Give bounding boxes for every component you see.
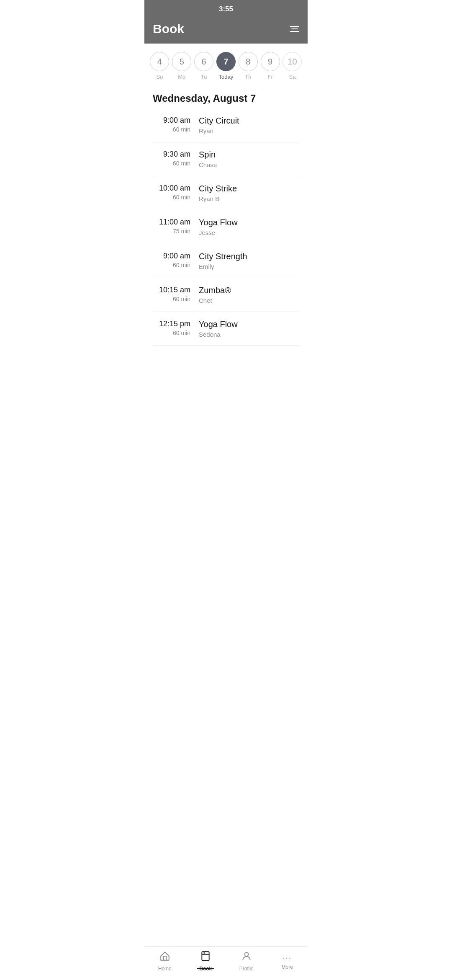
time-value-3: 11:00 am [159, 218, 190, 227]
cal-day-2[interactable]: 6 Tu [194, 52, 213, 80]
class-name-2: City Strike [199, 184, 299, 193]
cal-number-0: 4 [150, 52, 169, 71]
class-instructor-4: Emily [199, 263, 299, 270]
time-duration-2: 60 min [173, 194, 190, 201]
class-item-6[interactable]: 12:15 pm 60 min Yoga Flow Sedona [153, 312, 299, 346]
class-info-1: Spin Chase [199, 150, 299, 168]
date-heading: Wednesday, August 7 [144, 84, 308, 108]
class-instructor-5: Chet [199, 297, 299, 304]
time-value-4: 9:00 am [163, 252, 190, 260]
time-duration-1: 60 min [173, 160, 190, 167]
cal-label-1: Mo [178, 74, 185, 80]
cal-number-1: 5 [172, 52, 191, 71]
time-value-1: 9:30 am [163, 150, 190, 159]
time-duration-5: 60 min [173, 296, 190, 302]
class-instructor-0: Ryan [199, 127, 299, 134]
class-instructor-1: Chase [199, 161, 299, 168]
class-time-3: 11:00 am 75 min [153, 218, 199, 235]
class-info-5: Zumba® Chet [199, 286, 299, 304]
class-time-2: 10:00 am 60 min [153, 184, 199, 201]
class-instructor-3: Jesse [199, 229, 299, 236]
filter-button[interactable] [290, 26, 299, 32]
cal-label-2: Tu [201, 74, 207, 80]
cal-number-4: 8 [239, 52, 258, 71]
cal-day-0[interactable]: 4 Su [150, 52, 169, 80]
page-title: Book [153, 22, 184, 36]
class-time-0: 9:00 am 60 min [153, 116, 199, 133]
status-time: 3:55 [219, 5, 233, 13]
class-name-1: Spin [199, 150, 299, 160]
class-item-0[interactable]: 9:00 am 60 min City Circuit Ryan [153, 108, 299, 142]
filter-icon-line3 [290, 31, 299, 32]
class-name-3: Yoga Flow [199, 218, 299, 227]
cal-label-6: Sa [289, 74, 296, 80]
cal-label-today: Today [219, 74, 234, 80]
class-instructor-2: Ryan B [199, 195, 299, 202]
class-time-1: 9:30 am 60 min [153, 150, 199, 167]
time-duration-0: 60 min [173, 126, 190, 133]
time-value-0: 9:00 am [163, 116, 190, 125]
cal-number-2: 6 [194, 52, 213, 71]
class-item-1[interactable]: 9:30 am 60 min Spin Chase [153, 142, 299, 176]
cal-day-4[interactable]: 8 Th [239, 52, 258, 80]
time-duration-6: 60 min [173, 330, 190, 336]
filter-icon-line2 [291, 28, 298, 29]
class-info-4: City Strength Emily [199, 252, 299, 270]
class-time-4: 9:00 am 60 min [153, 252, 199, 268]
class-name-4: City Strength [199, 252, 299, 261]
cal-label-4: Th [245, 74, 251, 80]
time-value-2: 10:00 am [159, 184, 190, 193]
cal-number-today: 7 [216, 52, 236, 71]
filter-icon-line1 [290, 26, 299, 27]
status-bar: 3:55 [144, 0, 308, 18]
class-item-4[interactable]: 9:00 am 60 min City Strength Emily [153, 244, 299, 278]
class-name-0: City Circuit [199, 116, 299, 126]
class-time-5: 10:15 am 60 min [153, 286, 199, 302]
class-info-6: Yoga Flow Sedona [199, 320, 299, 338]
class-info-3: Yoga Flow Jesse [199, 218, 299, 236]
cal-day-5[interactable]: 9 Fr [261, 52, 280, 80]
time-value-6: 12:15 pm [159, 320, 190, 328]
calendar-strip: 4 Su 5 Mo 6 Tu 7 Today 8 Th 9 Fr 10 Sa [144, 44, 308, 84]
class-info-0: City Circuit Ryan [199, 116, 299, 134]
class-item-5[interactable]: 10:15 am 60 min Zumba® Chet [153, 278, 299, 312]
class-list: 9:00 am 60 min City Circuit Ryan 9:30 am… [144, 108, 308, 346]
time-duration-3: 75 min [173, 228, 190, 235]
time-duration-4: 60 min [173, 262, 190, 268]
class-time-6: 12:15 pm 60 min [153, 320, 199, 336]
cal-day-1[interactable]: 5 Mo [172, 52, 191, 80]
cal-label-5: Fr [268, 74, 273, 80]
cal-day-6[interactable]: 10 Sa [282, 52, 302, 80]
class-item-3[interactable]: 11:00 am 75 min Yoga Flow Jesse [153, 210, 299, 244]
time-value-5: 10:15 am [159, 286, 190, 294]
cal-number-6: 10 [282, 52, 302, 71]
class-name-6: Yoga Flow [199, 320, 299, 329]
header: Book [144, 18, 308, 44]
class-instructor-6: Sedona [199, 331, 299, 338]
cal-day-3[interactable]: 7 Today [216, 52, 236, 80]
class-info-2: City Strike Ryan B [199, 184, 299, 202]
class-item-2[interactable]: 10:00 am 60 min City Strike Ryan B [153, 176, 299, 210]
cal-number-5: 9 [261, 52, 280, 71]
class-name-5: Zumba® [199, 286, 299, 295]
cal-label-0: Su [156, 74, 163, 80]
